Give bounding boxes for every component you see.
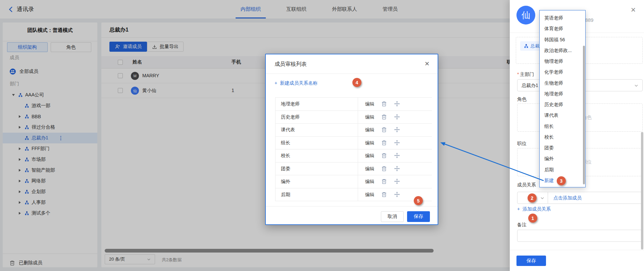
required-mark: * — [517, 72, 519, 77]
relation-name: 后期 — [281, 192, 290, 198]
new-relation-name-link[interactable]: + 新建成员关系名称 — [275, 80, 317, 86]
dropdown-item[interactable]: 韩国福 56 — [540, 34, 585, 45]
plus-icon: + — [275, 80, 277, 86]
trash-icon[interactable] — [382, 114, 387, 120]
chevron-down-icon — [540, 196, 544, 200]
edit-button[interactable]: 编辑 — [365, 179, 374, 185]
relation-row: 历史老师编辑 — [276, 111, 432, 124]
edit-button[interactable]: 编辑 — [365, 127, 374, 133]
dropdown-item[interactable]: 组长 — [540, 121, 585, 132]
relation-name: 编外 — [281, 179, 290, 185]
trash-icon[interactable] — [382, 127, 387, 132]
edit-button[interactable]: 编辑 — [365, 140, 374, 146]
new-relation-name-label: 新建成员关系名称 — [280, 80, 317, 86]
edit-button[interactable]: 编辑 — [365, 114, 374, 120]
panel-scrollbar[interactable] — [641, 132, 643, 250]
dropdown-item[interactable]: 物理老师 — [540, 56, 585, 66]
move-handle-icon[interactable] — [394, 127, 400, 132]
dropdown-scrollbar[interactable] — [583, 46, 585, 184]
move-handle-icon[interactable] — [394, 140, 400, 145]
edit-button[interactable]: 编辑 — [365, 192, 374, 198]
cancel-button[interactable]: 取消 — [381, 211, 404, 222]
trash-icon[interactable] — [382, 192, 387, 197]
relation-row: 团委编辑 — [276, 163, 432, 176]
position-label: 职位 — [517, 141, 527, 147]
trash-icon[interactable] — [382, 153, 387, 158]
dropdown-item[interactable]: 课代表 — [540, 110, 585, 121]
annotation-badge-3: 3 — [557, 176, 566, 185]
relation-row: 编外编辑 — [276, 175, 432, 188]
dropdown-item[interactable]: 化学老师 — [540, 66, 585, 77]
department-icon — [524, 44, 528, 48]
edit-button[interactable]: 编辑 — [365, 101, 374, 107]
relation-dropdown: 英语老师体育老师韩国福 56政治老师政...物理老师化学老师生物老师地理老师历史… — [539, 10, 586, 187]
trash-icon[interactable] — [382, 140, 387, 145]
relation-list: 地理老师编辑历史老师编辑课代表编辑组长编辑校长编辑团委编辑编外编辑后期编辑 — [275, 97, 432, 201]
move-handle-icon[interactable] — [394, 101, 400, 106]
annotation-badge-1: 1 — [528, 214, 537, 223]
relation-name: 团委 — [281, 166, 290, 172]
dropdown-item[interactable]: 后期 — [540, 164, 585, 175]
relation-row: 校长编辑 — [276, 149, 432, 163]
chevron-down-icon — [634, 84, 638, 88]
relation-name: 课代表 — [281, 127, 295, 133]
dropdown-item[interactable]: 历史老师 — [540, 99, 585, 110]
modal-title: 成员审核列表 — [275, 61, 307, 68]
main-department-label: *主部门 — [517, 72, 534, 78]
app-root: 通讯录 内部组织互联组织外部联系人管理员 团队模式：普通模式 组织架构角色 成员… — [0, 0, 644, 271]
move-handle-icon[interactable] — [394, 192, 400, 197]
relation-row: 课代表编辑 — [276, 124, 432, 137]
edit-button[interactable]: 编辑 — [365, 153, 374, 159]
remark-input[interactable] — [517, 230, 643, 242]
annotation-badge-4: 4 — [352, 78, 361, 87]
plus-icon: + — [517, 206, 520, 212]
close-icon[interactable]: ✕ — [631, 6, 636, 14]
dropdown-item[interactable]: 体育老师 — [540, 23, 585, 34]
relation-label: 成员关系 — [517, 182, 536, 188]
move-handle-icon[interactable] — [394, 166, 400, 171]
dropdown-item[interactable]: 团委 — [540, 142, 585, 153]
member-review-modal: 成员审核列表 ✕ + 新建成员关系名称 地理老师编辑历史老师编辑课代表编辑组长编… — [265, 54, 438, 225]
relation-name: 校长 — [281, 153, 290, 159]
edit-button[interactable]: 编辑 — [365, 166, 374, 172]
relation-member-box: 点击添加成员 — [548, 192, 643, 204]
add-relation-link[interactable]: + 添加成员关系 — [517, 206, 551, 212]
relation-dropdown-items: 英语老师体育老师韩国福 56政治老师政...物理老师化学老师生物老师地理老师历史… — [540, 10, 585, 186]
move-handle-icon[interactable] — [394, 114, 400, 120]
relation-row: 组长编辑 — [276, 137, 432, 150]
dropdown-item[interactable]: 校长 — [540, 132, 585, 142]
relation-row: 地理老师编辑 — [276, 98, 432, 111]
relation-name: 历史老师 — [281, 114, 300, 120]
relation-row: 后期编辑 — [276, 188, 432, 201]
trash-icon[interactable] — [382, 166, 387, 171]
divider — [510, 250, 644, 250]
relation-name: 组长 — [281, 140, 290, 146]
trash-icon[interactable] — [382, 101, 387, 106]
dropdown-item[interactable]: 编外 — [540, 153, 585, 164]
avatar: 仙 — [516, 6, 535, 25]
role-label: 角色 — [517, 96, 527, 102]
dropdown-item[interactable]: 地理老师 — [540, 88, 585, 99]
move-handle-icon[interactable] — [394, 179, 400, 184]
relation-name: 地理老师 — [281, 101, 300, 107]
dropdown-item[interactable]: 政治老师政... — [540, 45, 585, 56]
main-department-value: 总裁办1 — [522, 83, 538, 89]
add-relation-label: 添加成员关系 — [523, 206, 551, 212]
annotation-badge-2: 2 — [528, 193, 537, 202]
modal-header: 成员审核列表 ✕ — [266, 54, 438, 74]
panel-save-button[interactable]: 保存 — [516, 256, 546, 266]
add-member-link[interactable]: 点击添加成员 — [553, 195, 582, 201]
move-handle-icon[interactable] — [394, 153, 400, 158]
remark-label: 备注 — [517, 222, 527, 228]
modal-footer: 取消 保存 — [266, 206, 438, 226]
dropdown-item[interactable]: 英语老师 — [540, 12, 585, 23]
modal-save-button[interactable]: 保存 — [407, 211, 430, 222]
dropdown-item[interactable]: 生物老师 — [540, 78, 585, 88]
close-icon[interactable]: ✕ — [425, 60, 430, 67]
annotation-badge-5: 5 — [414, 196, 423, 205]
trash-icon[interactable] — [382, 179, 387, 184]
